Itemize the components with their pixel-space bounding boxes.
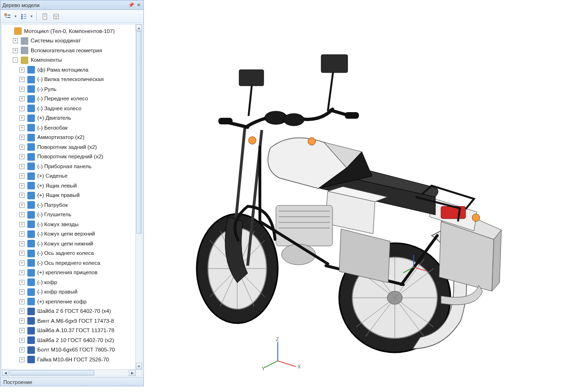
expand-icon[interactable]: + xyxy=(19,67,25,73)
expand-icon[interactable]: + xyxy=(19,203,25,208)
expand-icon[interactable]: + xyxy=(19,164,25,169)
part-icon xyxy=(27,66,35,74)
expand-icon[interactable]: + xyxy=(19,154,25,159)
scroll-track[interactable] xyxy=(136,31,142,363)
expand-icon[interactable]: + xyxy=(19,193,25,198)
expand-icon[interactable]: + xyxy=(19,289,25,294)
tree-item[interactable]: +Вспомогательная геометрия xyxy=(5,46,135,56)
scroll-down-icon[interactable]: ▼ xyxy=(136,363,142,369)
tree-item[interactable]: Мотоцикл (Тел-0, Компонентов-107) xyxy=(5,26,135,36)
tree-item[interactable]: +(-) Заднее колесо xyxy=(5,104,135,114)
scroll-left-icon[interactable]: ◀ xyxy=(2,370,8,376)
scroll-right-icon[interactable]: ▶ xyxy=(129,370,135,376)
3d-viewport[interactable]: X Y Z xyxy=(144,0,566,386)
expand-icon[interactable]: + xyxy=(19,106,25,111)
tree-item[interactable]: +(-) Кожух цепи верхний xyxy=(5,229,135,239)
tree-item[interactable]: +(+) Сиденье xyxy=(5,172,135,181)
tree-item[interactable]: +(+) Двигатель xyxy=(5,114,135,123)
tree-item[interactable]: +Болт M10-6gx65 ГОСТ 7805-70 xyxy=(5,345,135,355)
pin-icon[interactable]: 📌 xyxy=(128,2,134,8)
tree-item[interactable]: +Системы координат xyxy=(5,36,135,46)
expand-icon[interactable]: + xyxy=(19,328,25,333)
expand-icon[interactable]: + xyxy=(19,261,25,266)
scroll-up-icon[interactable]: ▲ xyxy=(136,24,142,31)
tree-item[interactable]: +(-) Вилка телескопическая xyxy=(5,75,135,85)
svg-point-56 xyxy=(249,137,256,144)
expand-icon[interactable]: + xyxy=(13,38,18,43)
tree-item[interactable]: +Аммортизатор (x2) xyxy=(5,133,135,143)
tree-item[interactable]: +Шайба 2 10 ГОСТ 6402-70 (x2) xyxy=(5,335,135,345)
tree-item[interactable]: +(+) Ящик левый xyxy=(5,181,135,191)
tree-item[interactable]: +(-) кофр xyxy=(5,278,135,287)
expand-icon[interactable]: + xyxy=(19,183,25,188)
expand-icon[interactable]: + xyxy=(19,251,25,256)
chevron-down-icon[interactable]: ▼ xyxy=(30,11,33,22)
tree-item[interactable]: +(+) Ящик правый xyxy=(5,191,135,201)
expand-icon[interactable]: + xyxy=(19,222,25,227)
scroll-thumb[interactable] xyxy=(136,31,142,234)
expand-icon[interactable]: + xyxy=(19,338,25,343)
tree-item[interactable]: +Шайба A.10.37 ГОСТ 11371-78 xyxy=(5,326,135,336)
tree-scroll[interactable]: Мотоцикл (Тел-0, Компонентов-107)+Систем… xyxy=(2,24,135,369)
tree-item[interactable]: +Винт A.M6-6gx9 ГОСТ 17473-8 xyxy=(5,316,135,326)
expand-icon[interactable]: + xyxy=(19,77,25,82)
tree-item[interactable]: +(-) Глушитель xyxy=(5,210,135,220)
tree-item[interactable]: +(-) Патрубок xyxy=(5,200,135,210)
expand-icon[interactable]: + xyxy=(19,280,25,285)
expand-icon[interactable]: + xyxy=(19,241,25,246)
vertical-scrollbar[interactable]: ▲ ▼ xyxy=(135,24,142,369)
tree-item[interactable]: +(-) Кожух цепи нижний xyxy=(5,239,135,249)
svg-rect-7 xyxy=(21,18,23,19)
expand-icon[interactable]: + xyxy=(13,48,18,53)
expand-icon[interactable]: + xyxy=(19,357,25,362)
close-icon[interactable]: ✕ xyxy=(136,2,142,8)
expand-icon[interactable]: + xyxy=(19,309,25,314)
expand-icon[interactable]: + xyxy=(19,318,25,324)
expand-icon[interactable]: + xyxy=(19,231,25,237)
tree-item[interactable]: +(+) крепления прицепов xyxy=(5,268,135,278)
tree-item[interactable]: +Поворотник задний (x2) xyxy=(5,142,135,152)
tree-item[interactable]: +(-) Приборная панель xyxy=(5,162,135,172)
chevron-down-icon[interactable]: ▼ xyxy=(14,11,17,22)
part-icon xyxy=(27,259,35,267)
tree-area: Мотоцикл (Тел-0, Компонентов-107)+Систем… xyxy=(1,24,142,376)
tree-item[interactable]: +(-) Кожух звезды xyxy=(5,220,135,229)
tree-item[interactable]: +(+) крепление кофр xyxy=(5,297,135,307)
tool-layout-icon[interactable] xyxy=(51,11,61,22)
axis-y-label: Y xyxy=(262,366,265,371)
scroll-thumb[interactable] xyxy=(9,370,94,376)
expand-icon[interactable]: + xyxy=(19,96,25,101)
tree-item[interactable]: +(-) Руль xyxy=(5,84,135,94)
expand-icon[interactable]: + xyxy=(19,145,25,150)
expand-icon[interactable]: + xyxy=(19,87,25,92)
tree-item-label: Поворотник передний (x2) xyxy=(36,154,103,160)
tree-item[interactable]: +(-) Переднее колесо xyxy=(5,94,135,104)
svg-rect-53 xyxy=(321,55,348,73)
tool-tree-view-icon[interactable] xyxy=(2,11,13,22)
part-icon xyxy=(27,230,35,238)
expand-icon[interactable]: + xyxy=(19,270,25,275)
tree-item[interactable]: +(-) Бензобак xyxy=(5,123,135,133)
expand-icon[interactable]: + xyxy=(19,173,25,179)
tree-item[interactable]: -Компоненты xyxy=(5,56,135,65)
expand-icon[interactable]: + xyxy=(19,299,25,304)
collapse-icon[interactable]: - xyxy=(13,57,18,63)
horizontal-scrollbar[interactable]: ◀ ▶ xyxy=(2,369,135,376)
tree-item[interactable]: +(-) Ось переднего колеса xyxy=(5,258,135,268)
tree-item[interactable]: +Поворотник передний (x2) xyxy=(5,152,135,162)
expand-icon[interactable]: + xyxy=(19,115,25,121)
svg-line-61 xyxy=(278,361,296,367)
tree-item[interactable]: +(-) Ось заднего колеса xyxy=(5,249,135,259)
tree-item[interactable]: +Гайка M10-6H ГОСТ 2526-70 xyxy=(5,355,135,365)
tree-item[interactable]: +(ф) Рама мотоцикла xyxy=(5,65,135,75)
expand-icon[interactable]: + xyxy=(19,212,25,217)
expand-icon[interactable]: + xyxy=(19,347,25,352)
tool-page-icon[interactable] xyxy=(40,11,50,22)
tree-item-label: (-) кофр xyxy=(36,280,57,286)
expand-icon[interactable]: + xyxy=(19,125,25,131)
tool-list-view-icon[interactable] xyxy=(18,11,29,22)
tree-item-label: Аммортизатор (x2) xyxy=(36,135,84,140)
tree-item[interactable]: +Шайба 2 6 ГОСТ 6402-70 (x4) xyxy=(5,307,135,317)
expand-icon[interactable]: + xyxy=(19,135,25,140)
tree-item[interactable]: +(-) кофр правый xyxy=(5,287,135,297)
